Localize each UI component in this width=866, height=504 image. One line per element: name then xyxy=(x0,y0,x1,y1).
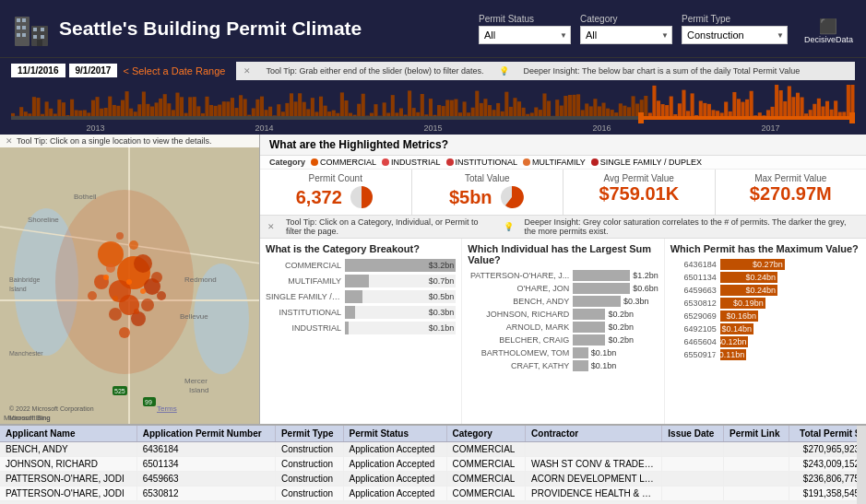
timeline-handle-right[interactable] xyxy=(849,112,855,123)
chart2-bar-row[interactable]: BELCHER, CRAIG$0.2bn xyxy=(468,334,658,346)
timeline-handle-left[interactable] xyxy=(638,112,644,123)
table-cell: Application Accepted xyxy=(343,472,446,486)
svg-rect-84 xyxy=(311,98,314,118)
svg-rect-132 xyxy=(513,98,516,118)
svg-rect-169 xyxy=(670,97,673,118)
category-legend-label: Category xyxy=(269,158,305,167)
chart3-bar-row[interactable]: 6501134$0.24bn xyxy=(670,272,860,283)
chart2-bar-label: BARTHOLOMEW, TOM xyxy=(468,348,569,357)
legend-industrial[interactable]: INDUSTRIAL xyxy=(382,158,441,167)
table-cell xyxy=(724,457,789,472)
table-cell: JOHNSON, RICHARD xyxy=(0,457,136,472)
chart1-bar-row[interactable]: INDUSTRIAL$0.1bn xyxy=(266,322,456,334)
start-date-button[interactable]: 11/1/2016 xyxy=(11,64,65,77)
svg-text:Shoreline: Shoreline xyxy=(28,216,59,224)
chart3-bar-row[interactable]: 6492105$0.14bn xyxy=(670,323,860,334)
chart2-bar-row[interactable]: O'HARE, JON$0.6bn xyxy=(468,283,658,294)
svg-point-241 xyxy=(134,309,139,314)
chart3-bar-row[interactable]: 6465604$0.12bn xyxy=(670,336,860,347)
svg-text:Island: Island xyxy=(189,386,208,394)
chart1-bar-fill xyxy=(345,306,355,319)
svg-rect-12 xyxy=(37,40,42,46)
svg-rect-44 xyxy=(142,91,146,118)
table-row[interactable]: PATTERSON-O'HARE, JODI6459663Constructio… xyxy=(0,472,866,486)
chart1-bar-label: COMMERCIAL xyxy=(266,261,341,270)
svg-rect-27 xyxy=(70,100,74,118)
category-select-wrapper[interactable]: All xyxy=(580,26,672,44)
timeline-label-2013: 2013 xyxy=(86,123,104,133)
timeline-range-fill xyxy=(644,116,855,120)
permit-type-filter: Permit Type Construction xyxy=(682,14,788,44)
chart2-bar-row[interactable]: ARNOLD, MARK$0.2bn xyxy=(468,322,658,333)
permit-status-select[interactable]: All xyxy=(479,26,571,44)
tooltip1-text: Tool Tip: Grab either end of the slider … xyxy=(266,66,483,76)
legend-multifamily[interactable]: MULTIFAMILY xyxy=(523,158,586,167)
svg-rect-200 xyxy=(801,98,804,118)
svg-rect-197 xyxy=(788,86,791,118)
timeline-labels: 2013 2014 2015 2016 2017 xyxy=(11,123,855,133)
chart3-bar-row[interactable]: 6550917$0.11bn xyxy=(670,349,860,360)
chart1-bar-row[interactable]: COMMERCIAL$3.2bn xyxy=(266,259,456,272)
chart1-bar-row[interactable]: MULTIFAMILY$0.7bn xyxy=(266,275,456,287)
svg-point-223 xyxy=(134,254,152,273)
chart2-bar-row[interactable]: CRAFT, KATHY$0.1bn xyxy=(468,360,658,371)
legend-single-family[interactable]: SINGLE FAMILY / DUPLEX xyxy=(591,158,702,167)
chart1-bar-label: MULTIFAMILY xyxy=(266,276,341,286)
timeline-slider-track[interactable] xyxy=(11,116,855,120)
table-cell: PROVIDENCE HEALTH & SERVICES xyxy=(526,486,662,501)
tooltip1-icon: ✕ xyxy=(243,66,251,76)
main-area: ✕ Tool Tip: Click on a single location t… xyxy=(0,135,866,424)
permit-status-filter: Permit Status All xyxy=(479,14,571,44)
chart2-bar-row[interactable]: PATTERSON-O'HARE, J...$1.2bn xyxy=(468,270,658,281)
svg-rect-198 xyxy=(791,97,795,118)
end-date-button[interactable]: 9/1/2017 xyxy=(69,64,118,77)
chart2-bar-value: $0.3bn xyxy=(623,297,649,306)
permit-type-select[interactable]: Construction xyxy=(682,26,788,44)
table-cell: $191,358,545 xyxy=(789,486,866,501)
chart2-bar-row[interactable]: BENCH, ANDY$0.3bn xyxy=(468,296,658,307)
table-scrollbar[interactable] xyxy=(857,426,866,504)
chart2-bar-value: $0.6bn xyxy=(633,284,658,293)
svg-rect-53 xyxy=(180,97,184,118)
map-section: ✕ Tool Tip: Click on a single location t… xyxy=(0,135,260,424)
metric-permit-count: Permit Count 6,372 xyxy=(260,170,412,215)
permit-status-select-wrapper[interactable]: All xyxy=(479,26,571,44)
table-row[interactable]: BENCH, ANDY6436184ConstructionApplicatio… xyxy=(0,442,866,457)
svg-rect-52 xyxy=(175,93,179,118)
legend-institutional[interactable]: INSTITUTIONAL xyxy=(446,158,518,167)
table-cell: 6530812 xyxy=(136,486,275,501)
timeline-svg xyxy=(11,85,855,118)
single-family-dot xyxy=(591,158,599,166)
metric-max-value: $270.97M xyxy=(723,183,860,205)
chart3-bar-row[interactable]: 6459663$0.24bn xyxy=(670,285,860,296)
chart3-combined-bar: $0.16bn xyxy=(720,311,758,322)
chart3-bar-text: $0.14bn xyxy=(722,324,753,334)
chart3-bar-row[interactable]: 6436184$0.27bn xyxy=(670,259,860,270)
table-header-row: Applicant Name Application Permit Number… xyxy=(0,426,866,442)
chart1-bar-row[interactable]: SINGLE FAMILY / DUP...$0.5bn xyxy=(266,290,456,303)
chart3-permit-id: 6550917 xyxy=(670,350,717,359)
col-permit-link: Permit Link xyxy=(724,426,789,442)
multifamily-dot xyxy=(523,158,530,166)
chart1-bar-row[interactable]: INSTITUTIONAL$0.3bn xyxy=(266,306,456,319)
table-row[interactable]: JOHNSON, RICHARD6501134ConstructionAppli… xyxy=(0,457,866,472)
chart3-bar-row[interactable]: 6530812$0.19bn xyxy=(670,298,860,309)
svg-rect-147 xyxy=(576,94,580,118)
chart2-bar-row[interactable]: JOHNSON, RICHARD$0.2bn xyxy=(468,309,658,320)
metric-max-permit-value: Max Permit Value $270.97M xyxy=(716,170,867,215)
svg-text:Terms: Terms xyxy=(157,404,177,413)
svg-rect-67 xyxy=(239,95,243,118)
chart3-title: Which Permit has the Maximum Value? xyxy=(670,243,860,254)
metric-total-value: Total Value $5bn xyxy=(412,170,564,215)
legend-commercial[interactable]: COMMERCIAL xyxy=(311,158,376,167)
permit-type-select-wrapper[interactable]: Construction xyxy=(682,26,788,44)
category-select[interactable]: All xyxy=(580,26,672,44)
chart3-bar-row[interactable]: 6529069$0.16bn xyxy=(670,311,860,322)
col-applicant-name: Applicant Name xyxy=(0,426,136,442)
table-row[interactable]: PATTERSON-O'HARE, JODI6530812Constructio… xyxy=(0,486,866,501)
chart2-bar-value: $0.2bn xyxy=(608,322,634,332)
chart1-title: What is the Category Breakout? xyxy=(266,243,456,254)
chart2-bar-label: ARNOLD, MARK xyxy=(468,322,569,332)
chart2-bar-row[interactable]: BARTHOLOMEW, TOM$0.1bn xyxy=(468,347,658,358)
table-cell: COMMERCIAL xyxy=(446,472,526,486)
